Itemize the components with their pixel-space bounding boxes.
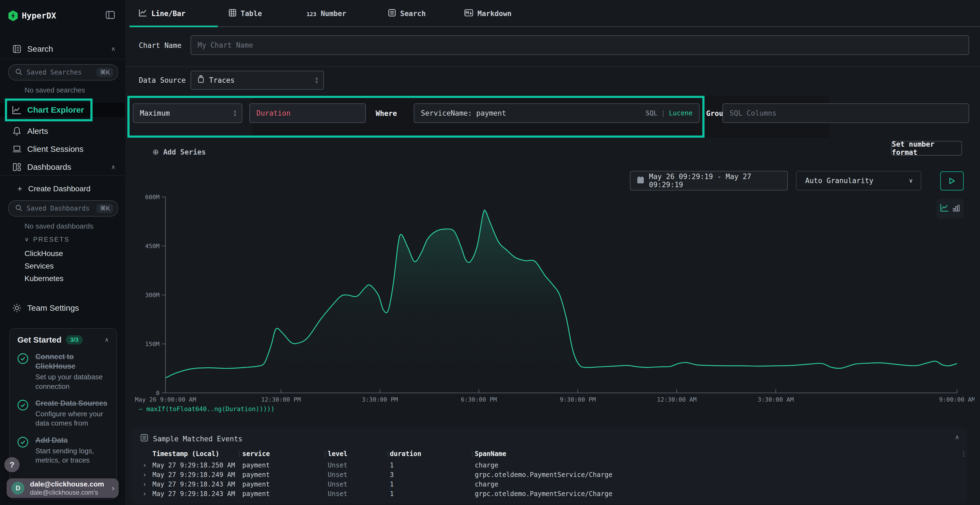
event-row[interactable]: ›May 27 9:29:18.243 AMpaymentUnset1grpc.… [132,490,967,499]
table-options-kebab-icon[interactable]: ⋮ [960,450,967,458]
column-header-duration[interactable]: duration [390,450,422,458]
event-cell: Unset [328,490,347,498]
svg-text:9:00:00 AM: 9:00:00 AM [939,396,975,403]
collapse-panel-icon[interactable]: ∧ [955,434,959,441]
svg-text:450M: 450M [145,243,159,249]
tab-line-bar[interactable]: Line/Bar [139,5,185,22]
group-by-input[interactable]: SQL Columns [722,103,969,123]
tab-markdown[interactable]: Markdown [465,5,512,22]
chart-name-label: Chart Name [139,41,181,49]
run-query-button[interactable] [940,172,964,191]
sidebar-item-chart-explorer[interactable]: Chart Explorer [0,103,125,117]
get-started-item[interactable]: Connect to ClickHouseSet up your databas… [18,352,109,391]
saved-searches-input[interactable]: Saved Searches ⌘K [8,64,118,81]
presets-toggle[interactable]: ∨ PRESETS [24,236,69,243]
no-saved-dashboards-text: No saved dashboards [24,222,93,230]
sidebar: HyperDX Search ∧ Saved Searches ⌘K No sa… [0,0,126,505]
get-started-item[interactable]: Add DataStart sending logs, metrics, or … [18,436,109,465]
chevron-right-icon: › [112,484,115,492]
tab-table[interactable]: Table [229,5,262,22]
preset-services[interactable]: Services [24,262,54,270]
event-cell: grpc.oteldemo.PaymentService/Charge [475,490,612,498]
column-header-spanname[interactable]: SpanName [475,450,506,458]
add-series-button[interactable]: ⊕ Add Series [153,148,206,156]
get-started-items: Connect to ClickHouseSet up your databas… [18,352,109,465]
tab-label: Search [400,10,426,18]
chart-name-input[interactable]: My Chart Name [191,35,969,55]
timeseries-chart[interactable]: 0150M300M450M600MMay 26 9:00:00 AM12:30:… [125,192,975,405]
column-resize-handle[interactable]: ⋮ [385,451,391,457]
create-dashboard-button[interactable]: + Create Dashboard [0,182,125,196]
column-header-timestamp-local-[interactable]: Timestamp (Local) [153,450,220,458]
get-started-item-title: Create Data Sources [35,399,109,408]
column-resize-handle[interactable]: ⋮ [322,451,328,457]
column-resize-handle[interactable]: ⋮ [236,451,242,457]
date-range-value: May 26 09:29:19 - May 27 09:29:19 [649,173,787,189]
select-updown-icon: ∧∨ [234,110,236,116]
granularity-select[interactable]: Auto Granularity ∨ [796,171,921,191]
collapse-sidebar-icon[interactable] [106,11,115,21]
tab-number[interactable]: 123Number [307,5,346,22]
database-icon [197,75,205,86]
event-row[interactable]: ›May 27 9:29:18.243 AMpaymentUnset1charg… [132,481,967,490]
get-started-header[interactable]: Get Started 3/3 ∧ [18,335,109,345]
svg-text:12:30:00 PM: 12:30:00 PM [261,396,301,403]
event-row[interactable]: ›May 27 9:29:18.249 AMpaymentUnset3grpc.… [132,471,967,480]
granularity-value: Auto Granularity [805,176,873,185]
tab-icon [465,9,473,18]
lucene-mode-toggle[interactable]: Lucene [669,110,692,117]
field-select[interactable]: Duration [249,103,366,123]
preset-kubernetes[interactable]: Kubernetes [24,274,64,283]
get-started-card: Get Started 3/3 ∧ Connect to ClickHouseS… [9,328,117,500]
sql-mode-toggle[interactable]: SQL [646,110,657,117]
row-expander-icon[interactable]: › [143,490,146,498]
sidebar-item-dashboards[interactable]: Dashboards ∧ [0,160,125,174]
help-button[interactable]: ? [4,457,20,472]
sidebar-item-team-settings[interactable]: Team Settings [0,301,125,315]
sidebar-item-alerts[interactable]: Alerts [0,124,125,138]
dashboards-label: Dashboards [27,162,71,172]
get-started-item-subtitle: Start sending logs, metrics, or traces [35,446,109,465]
row-expander-icon[interactable]: › [143,481,146,488]
events-header: Sample Matched Events [140,434,243,444]
shortcut-badge: ⌘K [97,204,113,213]
get-started-item[interactable]: Create Data SourcesConfigure where your … [18,399,109,428]
chevron-down-icon: ∨ [24,236,29,243]
event-cell: payment [242,490,270,498]
play-icon [949,178,955,184]
event-row[interactable]: ›May 27 9:29:18.250 AMpaymentUnset1charg… [132,462,967,471]
help-label: ? [10,460,14,469]
user-menu[interactable]: D dale@clickhouse.com dale@clickhouse.co… [6,478,119,498]
row-expander-icon[interactable]: › [143,471,146,479]
column-resize-handle[interactable]: ⋮ [469,451,475,457]
active-tab-indicator [130,25,218,27]
preset-clickhouse[interactable]: ClickHouse [24,249,63,258]
event-cell: payment [242,481,270,488]
calendar-icon [637,176,644,186]
table-list-icon [140,434,148,444]
doc-list-icon [12,44,22,54]
get-started-item-subtitle: Configure where your data comes from [35,409,109,428]
tab-search[interactable]: Search [388,5,426,22]
saved-dashboards-input[interactable]: Saved Dashboards ⌘K [8,200,118,217]
sidebar-item-client-sessions[interactable]: Client Sessions [0,142,125,156]
aggregation-value: Maximum [140,109,170,117]
row-expander-icon[interactable]: › [143,462,146,469]
sample-matched-events-panel: Sample Matched Events ∧ Timestamp (Local… [132,427,967,503]
svg-text:600M: 600M [145,194,159,200]
divider [125,67,980,67]
event-cell: payment [242,471,270,479]
sidebar-section-search[interactable]: Search ∧ [0,42,125,56]
no-saved-searches-text: No saved searches [24,86,85,94]
aggregation-select[interactable]: Maximum ∧∨ [133,103,242,123]
avatar: D [11,481,24,495]
column-header-service[interactable]: service [242,450,270,458]
set-number-format-button[interactable]: Set number format [891,141,962,156]
date-range-input[interactable]: May 26 09:29:19 - May 27 09:29:19 [630,171,788,191]
data-source-select[interactable]: Traces ∧∨ [191,71,324,90]
search-section-label: Search [27,44,53,54]
where-search-input[interactable]: ServiceName: payment SQL | Lucene [414,103,700,123]
tab-label: Markdown [477,10,512,18]
column-header-level[interactable]: level [328,450,347,458]
check-circle-icon [18,399,29,428]
